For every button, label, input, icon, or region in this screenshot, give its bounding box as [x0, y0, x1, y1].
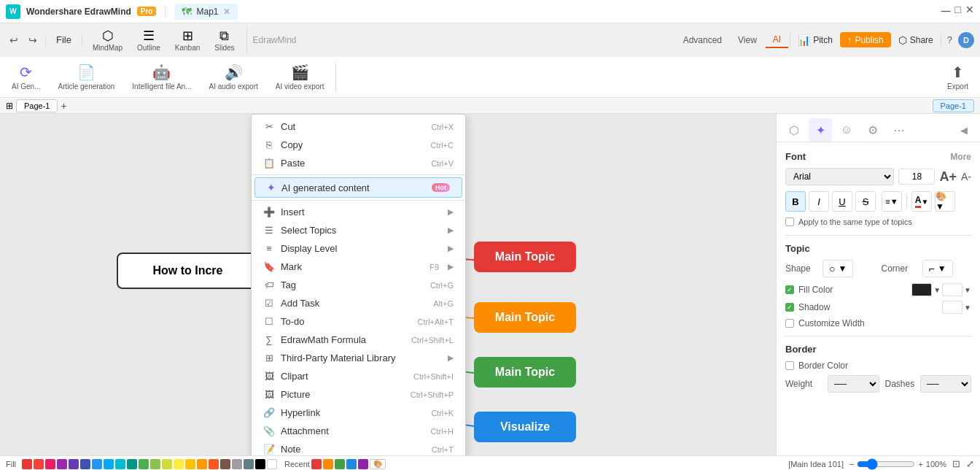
color-swatch-7[interactable]: [92, 459, 102, 469]
ai-gen-tool[interactable]: ⟳ AI Gen...: [6, 61, 46, 93]
bold-btn[interactable]: B: [785, 191, 806, 212]
ribbon-tab-kanban[interactable]: ⊞ Kanban: [169, 25, 206, 55]
color-swatch-red[interactable]: [22, 459, 32, 469]
ctx-third-party[interactable]: ⊞ Third-Party Material Library ▶: [252, 349, 465, 367]
tab-ai[interactable]: AI: [766, 32, 788, 48]
fill-color-swatch[interactable]: [911, 283, 932, 296]
weight-select[interactable]: ── ─: [828, 375, 879, 393]
color-swatch-3[interactable]: [45, 459, 55, 469]
fill-color-arrow[interactable]: ▼: [933, 286, 941, 294]
panel-tab-shape[interactable]: ⬡: [782, 118, 806, 142]
ctx-todo[interactable]: ☐ To-do Ctrl+Alt+T: [252, 312, 465, 331]
article-gen-tool[interactable]: 📄 Article generation: [52, 61, 120, 93]
ctx-clipart[interactable]: 🖼 Clipart Ctrl+Shift+I: [252, 367, 465, 385]
tab-close-icon[interactable]: ✕: [223, 7, 230, 17]
ctx-paste[interactable]: 📋 Paste Ctrl+V: [252, 154, 465, 172]
central-node[interactable]: How to Incre: [117, 253, 259, 289]
pitch-btn[interactable]: 📊 Pitch: [792, 32, 839, 48]
color-swatch-black[interactable]: [255, 459, 265, 469]
panel-collapse-btn[interactable]: ◀: [954, 120, 974, 140]
more-color-btn[interactable]: 🎨▼: [935, 191, 955, 212]
color-swatch-4[interactable]: [57, 459, 67, 469]
panel-tab-effects[interactable]: ⚙: [861, 118, 884, 142]
ctx-mark[interactable]: 🔖 Mark F9 ▶: [252, 258, 465, 276]
fill-color-swatch-2[interactable]: [942, 283, 962, 296]
close-btn[interactable]: ✕: [965, 4, 974, 19]
panel-tab-style[interactable]: ✦: [809, 118, 832, 142]
underline-btn[interactable]: U: [832, 191, 852, 212]
fullscreen-btn[interactable]: ⤢: [966, 458, 974, 469]
topic-node-1[interactable]: Main Topic: [474, 242, 576, 272]
strikethrough-btn[interactable]: S: [855, 191, 876, 212]
publish-btn[interactable]: ↑ Publish: [840, 32, 891, 47]
italic-btn[interactable]: I: [809, 191, 829, 212]
color-picker-btn[interactable]: 🎨: [370, 459, 386, 469]
color-swatch-15[interactable]: [185, 459, 195, 469]
fit-btn[interactable]: ⊡: [952, 458, 960, 469]
shadow-checkbox[interactable]: ✓: [785, 303, 794, 312]
apply-checkbox[interactable]: [785, 217, 794, 226]
ctx-tag[interactable]: 🏷 Tag Ctrl+G: [252, 276, 465, 294]
color-swatch-10[interactable]: [127, 459, 137, 469]
page-icon-btn[interactable]: ⊞: [6, 101, 13, 111]
topic-node-2[interactable]: Main Topic: [474, 302, 576, 333]
ctx-hyperlink[interactable]: 🔗 Hyperlink Ctrl+K: [252, 404, 465, 422]
intelligent-file-tool[interactable]: 🤖 Intelligent file An...: [126, 61, 197, 93]
zoom-in-btn[interactable]: +: [918, 460, 922, 469]
color-swatch-12[interactable]: [150, 459, 160, 469]
color-swatch-18[interactable]: [220, 459, 230, 469]
color-swatch-8[interactable]: [104, 459, 114, 469]
color-swatch-9[interactable]: [115, 459, 125, 469]
dashes-select[interactable]: ── - -: [920, 375, 972, 393]
font-size-input[interactable]: [898, 169, 935, 185]
tab-advanced[interactable]: Advanced: [676, 33, 729, 47]
corner-selector[interactable]: ⌐ ▼: [922, 260, 953, 277]
color-swatch-19[interactable]: [232, 459, 242, 469]
color-swatch-5[interactable]: [69, 459, 79, 469]
add-page-btn[interactable]: +: [61, 100, 66, 112]
color-swatch-17[interactable]: [209, 459, 219, 469]
shadow-color-swatch[interactable]: [942, 301, 962, 314]
ctx-select-topics[interactable]: ☰ Select Topics ▶: [252, 221, 465, 239]
ctx-copy[interactable]: ⎘ Copy Ctrl+C: [252, 136, 465, 154]
font-family-select[interactable]: Arial: [785, 168, 894, 185]
recent-color-2[interactable]: [323, 459, 333, 469]
zoom-out-btn[interactable]: −: [849, 460, 854, 469]
color-swatch-13[interactable]: [162, 459, 172, 469]
ctx-ai-content[interactable]: ✦ AI generated content Hot: [254, 177, 462, 198]
user-avatar[interactable]: D: [958, 32, 974, 48]
export-tool[interactable]: ⬆ Export: [941, 61, 974, 93]
redo-btn[interactable]: ↪: [25, 32, 41, 48]
align-btn[interactable]: ≡▼: [882, 191, 902, 212]
ctx-insert[interactable]: ➕ Insert ▶: [252, 203, 465, 221]
customize-width-checkbox[interactable]: [785, 319, 794, 328]
tab-view[interactable]: View: [731, 33, 764, 47]
color-swatch-14[interactable]: [174, 459, 184, 469]
color-swatch-11[interactable]: [139, 459, 149, 469]
share-btn[interactable]: ⬡ Share: [892, 32, 939, 48]
help-btn[interactable]: ?: [943, 33, 957, 47]
shape-selector[interactable]: ○ ▼: [822, 260, 853, 277]
font-more[interactable]: More: [950, 152, 971, 162]
color-swatch-20[interactable]: [244, 459, 254, 469]
color-swatch-2[interactable]: [34, 459, 44, 469]
file-tab[interactable]: 🗺 Map1 ✕: [174, 4, 237, 20]
ai-audio-tool[interactable]: 🔊 AI audio export: [203, 61, 263, 93]
font-color-btn[interactable]: A ▼: [911, 191, 932, 212]
font-decrease-btn[interactable]: A-: [961, 171, 971, 182]
font-increase-btn[interactable]: A+: [939, 169, 957, 185]
ai-video-tool[interactable]: 🎬 AI video export: [270, 61, 330, 93]
active-page-tab[interactable]: Page-1: [933, 99, 974, 112]
undo-btn[interactable]: ↩: [6, 32, 22, 48]
fill-color-arrow-2[interactable]: ▼: [964, 286, 971, 294]
color-swatch-16[interactable]: [197, 459, 207, 469]
color-swatch-white[interactable]: [267, 459, 277, 469]
ctx-picture[interactable]: 🖼 Picture Ctrl+Shift+P: [252, 385, 465, 404]
ctx-display-level[interactable]: ≡ Display Level ▶: [252, 239, 465, 258]
ctx-attachment[interactable]: 📎 Attachment Ctrl+H: [252, 422, 465, 440]
panel-tab-more[interactable]: ⋯: [887, 118, 911, 142]
ribbon-tab-mindmap[interactable]: ⬡ MindMap: [87, 25, 128, 55]
recent-color-4[interactable]: [346, 459, 357, 469]
fill-color-checkbox[interactable]: ✓: [785, 285, 794, 294]
border-color-checkbox[interactable]: [785, 361, 794, 370]
